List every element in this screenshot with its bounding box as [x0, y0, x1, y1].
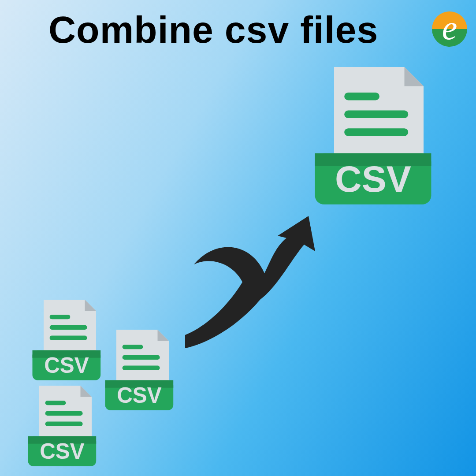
- svg-rect-16: [45, 401, 66, 405]
- svg-rect-8: [50, 336, 87, 340]
- csv-label: CSV: [335, 158, 411, 200]
- csv-label: CSV: [40, 439, 84, 463]
- svg-rect-17: [45, 411, 83, 416]
- csv-source-icon-1: CSV: [29, 300, 104, 382]
- merge-arrow-icon: [176, 216, 322, 348]
- csv-source-icon-2: CSV: [101, 330, 176, 412]
- svg-rect-18: [45, 422, 83, 426]
- svg-rect-0: [344, 93, 379, 100]
- csv-label: CSV: [44, 353, 89, 377]
- csv-source-icon-3: CSV: [24, 386, 99, 468]
- svg-rect-11: [123, 345, 143, 349]
- brand-logo: e: [432, 11, 467, 47]
- logo-letter: e: [442, 18, 457, 38]
- svg-rect-6: [50, 315, 71, 319]
- svg-rect-2: [344, 128, 408, 136]
- svg-rect-12: [123, 355, 160, 360]
- svg-rect-13: [123, 366, 160, 370]
- logo-circle: e: [432, 11, 467, 47]
- page-title: Combine csv files: [48, 8, 378, 52]
- csv-label: CSV: [117, 383, 161, 407]
- svg-rect-1: [344, 111, 408, 118]
- svg-rect-7: [50, 325, 87, 330]
- csv-combined-icon: CSV: [309, 67, 436, 208]
